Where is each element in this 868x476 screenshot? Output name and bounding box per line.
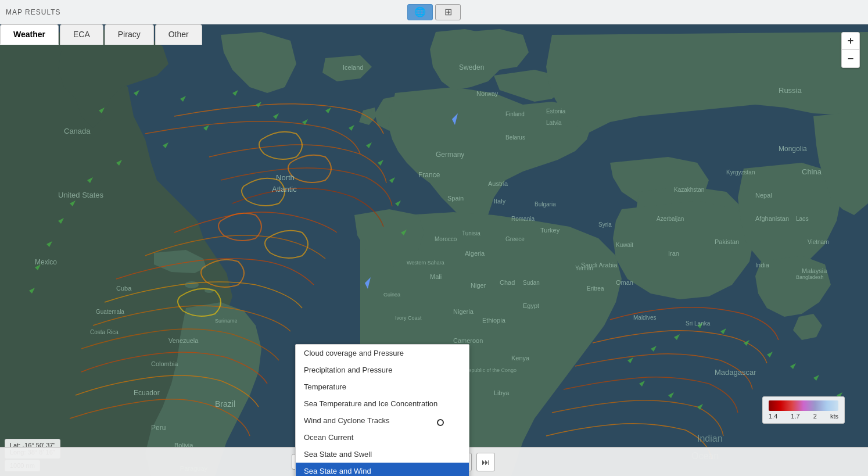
svg-text:Spain: Spain	[447, 195, 464, 202]
svg-text:Algeria: Algeria	[465, 250, 485, 257]
svg-text:Kenya: Kenya	[511, 355, 530, 362]
svg-text:Laos: Laos	[796, 216, 809, 222]
svg-text:Ecuador: Ecuador	[134, 389, 160, 397]
legend-color-bar	[769, 400, 838, 411]
svg-text:Brazil: Brazil	[215, 399, 235, 409]
svg-text:Malaysia: Malaysia	[802, 267, 827, 274]
svg-text:Venezuela: Venezuela	[168, 337, 199, 344]
svg-text:Austria: Austria	[488, 180, 508, 187]
page-title: MAP RESULTS	[6, 8, 61, 16]
svg-text:Egypt: Egypt	[523, 302, 539, 309]
svg-text:Kyrgyzstan: Kyrgyzstan	[726, 169, 755, 176]
dropdown-item-sea-state-swell[interactable]: Sea State and Swell	[296, 446, 469, 463]
svg-text:Suriname: Suriname	[215, 318, 238, 324]
svg-text:Eritrea: Eritrea	[587, 285, 604, 292]
svg-text:Mongolia: Mongolia	[779, 145, 807, 153]
dropdown-item-sea-state-wind[interactable]: Sea State and Wind	[296, 463, 469, 476]
svg-text:Cuba: Cuba	[116, 285, 132, 292]
svg-point-1	[185, 281, 199, 288]
legend-val-2: 1.7	[791, 413, 799, 420]
svg-text:Turkey: Turkey	[540, 227, 560, 234]
svg-text:Tunisia: Tunisia	[462, 230, 480, 237]
legend-unit: kts	[830, 413, 838, 420]
svg-text:Norway: Norway	[476, 90, 498, 97]
svg-text:Morocco: Morocco	[435, 236, 457, 242]
svg-text:Greece: Greece	[505, 236, 525, 242]
legend-val-3: 2	[813, 413, 817, 420]
svg-text:Niger: Niger	[471, 282, 486, 289]
svg-text:Vietnam: Vietnam	[808, 239, 829, 245]
legend-labels: 1.4 1.7 2 kts	[769, 413, 838, 420]
tab-bar: Weather ECA Piracy Other	[0, 24, 203, 45]
dropdown-item-ocean-current[interactable]: Ocean Current	[296, 429, 469, 446]
svg-text:Pakistan: Pakistan	[715, 238, 739, 245]
svg-text:North: North	[276, 173, 295, 182]
map-container: Canada United States Mexico Cuba Guatema…	[0, 0, 868, 476]
legend: 1.4 1.7 2 kts	[762, 396, 845, 424]
svg-text:Guatemala: Guatemala	[96, 309, 124, 315]
svg-text:United States: United States	[58, 191, 104, 199]
svg-text:Nepal: Nepal	[755, 192, 772, 199]
svg-text:Mexico: Mexico	[35, 258, 57, 266]
playback-next-button[interactable]: ⏭	[476, 453, 495, 471]
dropdown-item-sea-temp[interactable]: Sea Temperature and Ice Concentration	[296, 395, 469, 412]
svg-text:Nigeria: Nigeria	[453, 308, 474, 315]
zoom-in-button[interactable]: +	[842, 33, 859, 50]
svg-text:Sudan: Sudan	[523, 280, 540, 286]
svg-text:Afghanistan: Afghanistan	[755, 215, 789, 222]
zoom-out-button[interactable]: −	[842, 50, 859, 67]
svg-text:Iran: Iran	[668, 250, 679, 257]
svg-text:Germany: Germany	[436, 151, 464, 159]
dropdown-menu: Cloud coverage and Pressure Precipitatio…	[295, 344, 469, 476]
svg-text:Republic of the Congo: Republic of the Congo	[465, 367, 517, 373]
svg-text:Estonia: Estonia	[546, 108, 566, 114]
svg-text:Syria: Syria	[598, 221, 612, 228]
tab-weather[interactable]: Weather	[0, 24, 59, 45]
svg-text:Cameroon: Cameroon	[453, 337, 483, 344]
svg-text:Costa Rica: Costa Rica	[90, 329, 119, 335]
svg-text:Bangladesh: Bangladesh	[796, 274, 824, 280]
svg-text:Sri Lanka: Sri Lanka	[686, 320, 711, 327]
svg-text:Kazakhstan: Kazakhstan	[674, 187, 704, 193]
legend-val-1: 1.4	[769, 413, 777, 420]
dropdown-item-precip[interactable]: Precipitation and Pressure	[296, 362, 469, 378]
svg-text:Finland: Finland	[505, 111, 525, 117]
svg-text:Western Sahara: Western Sahara	[407, 260, 444, 266]
svg-text:India: India	[755, 262, 770, 269]
svg-text:Chad: Chad	[500, 279, 515, 286]
svg-text:Italy: Italy	[494, 198, 506, 205]
tab-piracy[interactable]: Piracy	[105, 24, 154, 45]
svg-text:Madagascar: Madagascar	[715, 368, 756, 377]
top-bar: MAP RESULTS 🌐 ⊞	[0, 0, 868, 24]
svg-text:Romania: Romania	[511, 216, 535, 222]
svg-text:Ivory Coast: Ivory Coast	[395, 315, 422, 321]
svg-text:Bulgaria: Bulgaria	[535, 201, 556, 207]
svg-text:Sweden: Sweden	[459, 63, 484, 71]
dropdown-item-wind-cyclone[interactable]: Wind and Cyclone Tracks	[296, 412, 469, 429]
svg-text:Libya: Libya	[494, 389, 510, 396]
dropdown-item-cloud[interactable]: Cloud coverage and Pressure	[296, 345, 469, 362]
svg-text:Belarus: Belarus	[505, 134, 525, 141]
svg-text:Iceland: Iceland	[343, 64, 363, 71]
svg-text:Russia: Russia	[779, 86, 802, 95]
svg-text:Saudi Arabia: Saudi Arabia	[581, 262, 618, 269]
zoom-controls: + −	[841, 32, 860, 68]
svg-text:Colombia: Colombia	[151, 360, 178, 367]
globe-view-button[interactable]: 🌐	[407, 4, 433, 20]
svg-text:France: France	[418, 171, 440, 179]
svg-text:China: China	[802, 167, 822, 176]
svg-text:Oman: Oman	[616, 279, 633, 286]
svg-text:Kuwait: Kuwait	[616, 242, 633, 248]
svg-text:Guinea: Guinea	[383, 292, 400, 298]
table-view-button[interactable]: ⊞	[435, 4, 461, 20]
tab-other[interactable]: Other	[155, 24, 202, 45]
tab-eca[interactable]: ECA	[60, 24, 103, 45]
svg-text:Canada: Canada	[64, 127, 91, 135]
svg-text:Mali: Mali	[430, 273, 442, 280]
view-toggle: 🌐 ⊞	[407, 4, 461, 20]
dropdown-item-temp[interactable]: Temperature	[296, 378, 469, 395]
svg-text:Indian: Indian	[697, 434, 723, 443]
svg-text:Ethiopia: Ethiopia	[482, 317, 506, 324]
svg-text:Azerbaijan: Azerbaijan	[657, 216, 684, 222]
svg-text:Latvia: Latvia	[546, 120, 562, 126]
